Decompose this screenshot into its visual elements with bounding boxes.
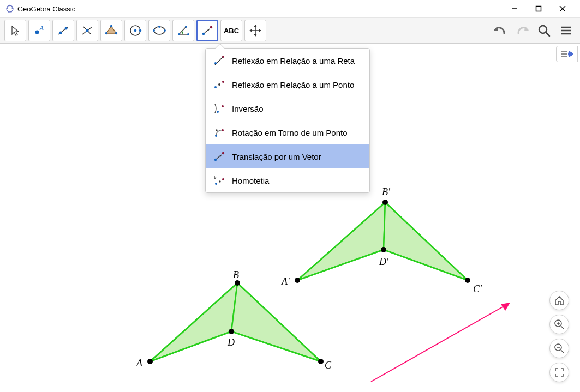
polygon-tool[interactable] [100,20,122,41]
conic-tool[interactable] [148,20,170,41]
svg-point-0 [7,5,13,12]
svg-point-19 [110,25,112,27]
label-a: A [136,358,142,369]
point-a-prime[interactable] [295,278,300,283]
move-tool[interactable] [4,20,26,41]
svg-point-77 [219,180,220,182]
app-logo-icon [5,4,14,13]
transform-tool-dropdown: Reflexão em Relação a uma Reta Reflexão … [205,48,370,193]
point-c-prime[interactable] [465,278,470,283]
line-tool[interactable] [52,20,74,41]
zoom-out-button[interactable] [549,339,569,358]
svg-point-32 [187,33,189,35]
svg-marker-44 [494,27,498,31]
label-d: D [228,337,235,348]
reflect-point-icon [212,77,226,92]
maximize-button[interactable] [527,1,551,16]
menu-inversion-label: Inversão [232,104,264,113]
text-tool[interactable]: ABC [220,20,242,41]
svg-point-71 [214,159,217,161]
svg-point-70 [216,129,217,131]
svg-point-35 [210,26,213,29]
svg-point-20 [115,32,117,34]
svg-text:A: A [39,25,44,31]
redo-button[interactable] [511,20,533,41]
menu-reflect-point[interactable]: Reflexão em Relação a um Ponto [206,73,369,97]
menu-inversion[interactable]: Inversão [206,97,369,120]
svg-point-65 [222,81,224,83]
stylebar-toggle[interactable] [556,46,578,62]
svg-point-5 [10,11,12,13]
close-button[interactable] [551,1,575,16]
svg-point-61 [214,62,217,64]
svg-point-4 [8,11,9,13]
point-b[interactable] [235,280,240,286]
svg-point-66 [217,111,219,113]
perpendicular-tool[interactable] [76,20,98,41]
point-b-prime[interactable] [382,200,388,205]
svg-marker-42 [249,29,252,32]
svg-point-72 [222,152,224,154]
point-tool[interactable]: A [28,20,50,41]
move-view-tool[interactable] [244,20,266,41]
text-tool-label: ABC [224,27,239,35]
svg-point-28 [158,26,160,28]
minimize-button[interactable] [503,1,527,16]
svg-text:k: k [214,175,217,180]
svg-point-1 [7,7,8,9]
search-button[interactable] [533,20,555,41]
menu-dilate[interactable]: k Homotetia [206,168,369,192]
svg-point-68 [215,135,217,137]
transform-tool[interactable] [196,20,218,41]
svg-point-76 [215,183,217,185]
menu-translate[interactable]: Translação por um Vetor [206,144,369,168]
point-c[interactable] [318,359,324,364]
svg-point-27 [164,29,166,32]
svg-marker-45 [524,27,529,31]
svg-line-47 [546,32,549,36]
zoom-in-button[interactable] [549,315,569,334]
label-d-prime: D' [379,256,388,268]
svg-marker-40 [254,25,257,27]
svg-marker-43 [259,29,261,32]
reflect-line-icon [212,53,226,68]
svg-rect-7 [536,7,541,11]
svg-point-21 [105,32,107,34]
inversion-icon [212,101,226,116]
svg-point-78 [222,178,224,180]
svg-line-85 [561,326,564,329]
label-b-prime: B' [382,186,390,198]
menu-translate-label: Translação por um Vetor [232,152,321,161]
svg-point-13 [59,32,62,34]
point-a[interactable] [147,359,153,364]
svg-point-64 [218,83,220,86]
svg-point-25 [154,27,165,34]
app-title: GeoGebra Classic [17,5,75,13]
home-button[interactable] [549,291,569,310]
fullscreen-button[interactable] [549,363,569,382]
point-d-prime[interactable] [381,247,386,252]
menu-button[interactable] [555,20,577,41]
label-a-prime: A' [282,276,290,287]
circle-tool[interactable] [124,20,146,41]
svg-point-33 [185,26,187,28]
translation-vector[interactable] [371,304,507,382]
translate-icon [212,149,226,164]
undo-button[interactable] [489,20,511,41]
menu-dilate-label: Homotetia [232,176,269,185]
titlebar: GeoGebra Classic [0,0,580,17]
menu-reflect-line[interactable]: Reflexão em Relação a uma Reta [206,49,369,73]
svg-point-69 [222,129,224,131]
svg-marker-41 [254,34,257,37]
point-d[interactable] [229,329,234,334]
rotate-icon [212,125,226,140]
label-c-prime: C' [473,284,482,295]
angle-tool[interactable] [172,20,194,41]
svg-point-34 [202,33,205,35]
menu-rotate[interactable]: Rotação em Torno de um Ponto [206,120,369,144]
svg-point-31 [178,33,180,35]
svg-point-2 [11,7,13,9]
svg-point-23 [134,29,137,32]
menu-rotate-label: Rotação em Torno de um Ponto [232,128,348,137]
dilate-icon: k [212,173,226,188]
